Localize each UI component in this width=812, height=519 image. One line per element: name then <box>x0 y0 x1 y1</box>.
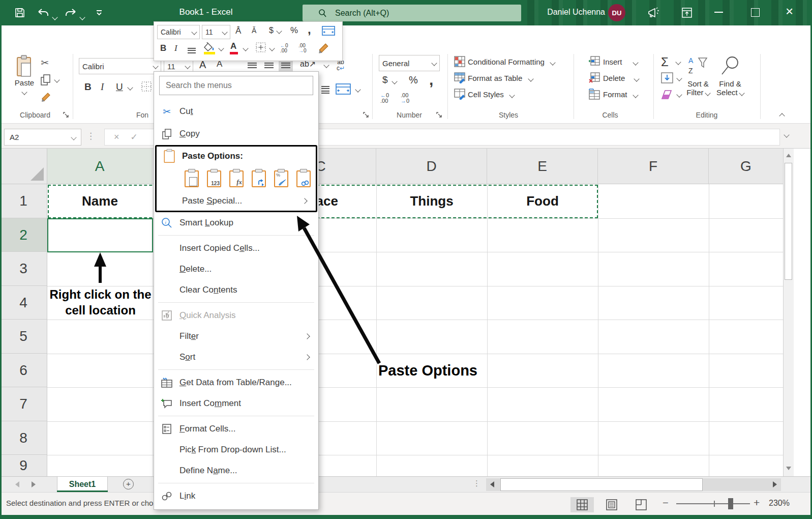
undo-icon[interactable] <box>37 8 50 18</box>
name-box-splitter[interactable]: ⋮ <box>86 131 95 141</box>
menu-item-delete[interactable]: Delete... <box>154 258 318 279</box>
mini-italic-button[interactable]: I <box>174 43 177 53</box>
paste-button[interactable]: Paste <box>11 55 38 96</box>
menu-item-filter[interactable]: Filter <box>154 326 318 347</box>
row-header-8[interactable]: 8 <box>0 421 47 455</box>
bold-button[interactable]: B <box>84 81 92 93</box>
justify-icon[interactable] <box>321 84 329 95</box>
user-name[interactable]: Daniel Uchenna <box>529 8 605 17</box>
menu-item-get-data[interactable]: Get Data from Table/Range... <box>154 372 318 393</box>
row-header-7[interactable]: 7 <box>0 387 47 421</box>
mini-font-size-combo[interactable]: 11 <box>202 25 230 39</box>
fill-icon[interactable] <box>661 72 673 83</box>
mini-borders-icon[interactable] <box>256 42 266 52</box>
format-button[interactable]: Format <box>603 90 638 99</box>
increase-decimal-icon[interactable]: ←0.00 <box>380 93 389 104</box>
menu-item-smart-lookup[interactable]: i Smart Lookup <box>154 212 318 233</box>
sort-filter-button[interactable]: Sort & Filter <box>684 79 712 97</box>
align-middle-icon[interactable] <box>264 61 274 69</box>
zoom-level[interactable]: 230% <box>769 499 790 508</box>
row-header-3[interactable]: 3 <box>0 252 47 286</box>
maximize-button[interactable] <box>751 8 760 17</box>
format-painter-icon[interactable] <box>41 92 52 103</box>
align-top-icon[interactable] <box>248 61 257 69</box>
comma-style-icon[interactable]: , <box>429 71 433 89</box>
insert-button[interactable]: Insert <box>603 57 638 67</box>
page-break-view-button[interactable] <box>629 497 653 512</box>
menu-item-cut[interactable]: ✂ Cut <box>154 100 318 123</box>
scroll-up-icon[interactable] <box>786 154 791 157</box>
collapse-ribbon-icon[interactable] <box>779 113 785 119</box>
horizontal-scrollbar[interactable] <box>486 478 781 491</box>
menu-item-paste-special[interactable]: Paste Special... <box>157 191 316 211</box>
row-header-1[interactable]: 1 <box>0 184 47 218</box>
sheet-prev-icon[interactable] <box>15 481 19 487</box>
mini-font-color-dropdown-icon[interactable] <box>243 45 248 51</box>
mini-font-name-combo[interactable]: Calibri <box>157 25 200 39</box>
column-header-F[interactable]: F <box>598 149 709 184</box>
underline-button[interactable]: U <box>116 81 123 93</box>
merge-dropdown-icon[interactable] <box>355 86 360 92</box>
mini-decrease-font-icon[interactable]: Ǎ <box>252 26 256 35</box>
accounting-format-icon[interactable]: $ <box>382 74 388 85</box>
mini-fill-dropdown-icon[interactable] <box>218 45 224 51</box>
copy-icon[interactable] <box>41 74 51 85</box>
save-icon[interactable] <box>14 7 25 18</box>
mini-comma-icon[interactable]: , <box>308 22 311 37</box>
mini-increase-font-icon[interactable]: Â <box>235 26 241 36</box>
menu-item-format-cells[interactable]: Format Cells... <box>154 418 318 439</box>
search-box[interactable] <box>303 5 521 21</box>
feedback-megaphone-icon[interactable] <box>647 7 660 19</box>
zoom-slider-track[interactable] <box>676 503 750 504</box>
menu-item-sort[interactable]: Sort <box>154 347 318 367</box>
sheet-tab[interactable]: Sheet1 <box>57 477 108 492</box>
menu-item-pick-from-list[interactable]: Pick From Drop-down List... <box>154 439 318 460</box>
zoom-out-button[interactable]: − <box>663 497 669 509</box>
mini-merge-icon[interactable] <box>322 26 335 36</box>
mini-accounting-icon[interactable]: $ <box>269 26 274 35</box>
number-dialog-launcher-icon[interactable] <box>436 112 442 118</box>
menu-item-copy[interactable]: Copy <box>154 123 318 145</box>
zoom-in-button[interactable]: + <box>754 497 760 509</box>
page-layout-view-button[interactable] <box>600 497 623 512</box>
column-header-E[interactable]: E <box>487 149 598 184</box>
paste-link-icon[interactable] <box>295 168 312 187</box>
paste-icon[interactable] <box>183 168 200 187</box>
menu-item-insert-copied-cells[interactable]: Insert Copied Cells... <box>154 238 318 258</box>
fill-dropdown-icon[interactable] <box>676 75 682 81</box>
mini-borders-dropdown-icon[interactable] <box>269 45 275 51</box>
menu-item-clear-contents[interactable]: Clear Contents <box>154 279 318 300</box>
mini-increase-decimal-icon[interactable]: ←0.00 <box>280 43 288 53</box>
horizontal-scroll-thumb[interactable] <box>500 478 703 491</box>
row-header-5[interactable]: 5 <box>0 320 47 354</box>
scroll-down-icon[interactable] <box>786 467 791 470</box>
name-box[interactable]: A2 <box>4 129 81 146</box>
format-as-table-button[interactable]: Format as Table <box>468 74 533 83</box>
underline-dropdown-icon[interactable] <box>127 84 133 90</box>
decrease-decimal-icon[interactable]: .00→0 <box>401 93 409 104</box>
mini-format-painter-icon[interactable] <box>318 42 330 54</box>
column-header-A[interactable]: A <box>47 149 153 184</box>
tab-scrollbar-splitter[interactable]: ⋮ <box>473 479 480 488</box>
borders-icon[interactable] <box>141 81 152 92</box>
mini-percent-icon[interactable]: % <box>290 25 298 36</box>
column-header-D[interactable]: D <box>376 149 487 184</box>
number-format-combo[interactable]: General <box>379 55 440 71</box>
sheet-next-icon[interactable] <box>32 481 36 487</box>
alignment-dialog-launcher-icon[interactable] <box>363 112 369 118</box>
orientation-dropdown-icon[interactable] <box>323 62 329 68</box>
scroll-left-icon[interactable] <box>490 481 494 487</box>
paste-formulas-icon[interactable]: fx <box>228 168 245 187</box>
row-header-4[interactable]: 4 <box>0 286 47 320</box>
autosum-dropdown-icon[interactable] <box>675 59 681 65</box>
expand-formula-bar-icon[interactable] <box>784 132 789 137</box>
mini-accounting-dropdown-icon[interactable] <box>276 28 282 34</box>
delete-button[interactable]: Delete <box>603 74 639 83</box>
scroll-right-icon[interactable] <box>773 481 777 487</box>
select-all-corner[interactable] <box>0 149 47 184</box>
mini-fill-color-icon[interactable] <box>204 42 215 51</box>
cut-icon[interactable]: ✂ <box>41 57 49 69</box>
autosum-icon[interactable]: Σ <box>661 55 669 69</box>
italic-button[interactable]: I <box>101 81 104 93</box>
mini-font-color-icon[interactable]: A <box>230 41 236 51</box>
